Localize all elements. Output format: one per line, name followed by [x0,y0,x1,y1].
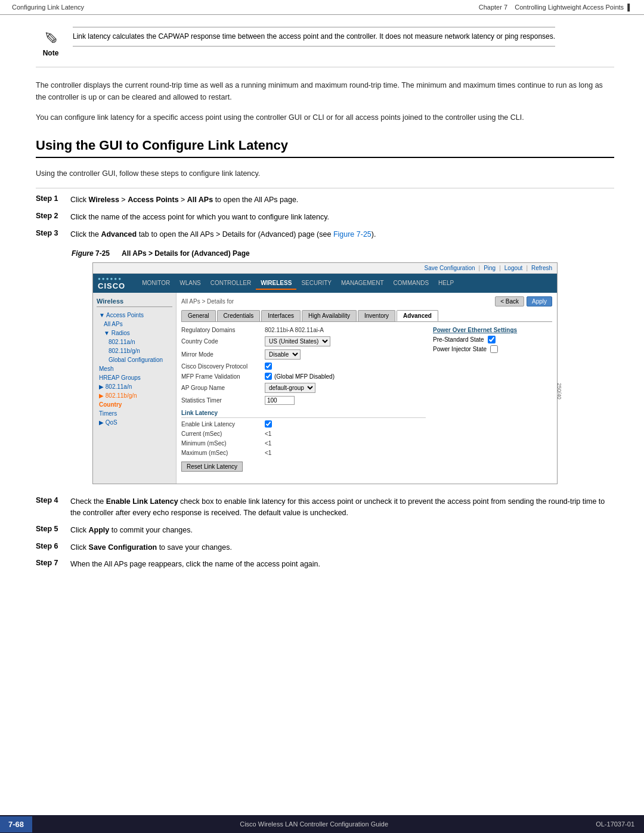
nav-controller[interactable]: CONTROLLER [206,277,256,290]
step-6-text: Click Save Configuration to save your ch… [70,542,232,553]
cisco-discovery-label: Cisco Discovery Protocol [181,363,265,370]
breadcrumb-path: All APs > Details for [181,298,234,305]
poe-title: Power Over Ethernet Settings [433,327,552,333]
sidebar-80211an[interactable]: 802.11a/n [97,337,172,346]
sidebar-timers[interactable]: Timers [97,409,172,418]
step-2-label: Step 2 [36,212,66,220]
nav-help[interactable]: HELP [434,277,459,290]
step-4-label: Step 4 [36,496,66,504]
gui-sidebar: Wireless ▼ Access Points All APs ▼ Radio… [93,293,177,484]
step-7-row: Step 7 When the All APs page reappears, … [36,559,614,570]
sidebar-80211an-top[interactable]: ▶ 802.11a/n [97,382,172,391]
sidebar-80211bgn[interactable]: 802.11b/g/n [97,346,172,355]
gui-form: Regulatory Domains 802.11bi-A 802.11ai-A… [181,327,552,472]
step-3-label: Step 3 [36,229,66,237]
sidebar-access-points[interactable]: ▼ Access Points [97,311,172,320]
country-code-row: Country Code US (United States) [181,336,426,346]
cisco-discovery-row: Cisco Discovery Protocol [181,363,426,370]
tab-inventory[interactable]: Inventory [358,310,395,321]
stats-timer-input[interactable] [265,396,295,405]
ping-link[interactable]: Ping [484,265,496,271]
gui-container: Save Configuration | Ping | Logout | Ref… [92,262,558,484]
tab-general[interactable]: General [181,310,216,321]
content-area: ✎ Note Link latency calculates the CAPWA… [0,15,644,588]
step-1-label: Step 1 [36,194,66,203]
tab-credentials[interactable]: Credentials [217,310,261,321]
enable-link-latency-checkbox[interactable] [265,420,272,428]
tab-interfaces[interactable]: Interfaces [261,310,301,321]
enable-link-latency-row: Enable Link Latency [181,420,426,428]
step-5-row: Step 5 Click Apply to commit your change… [36,525,614,536]
regulatory-value: 802.11bi-A 802.11ai-A [265,327,324,333]
reset-link-latency-button[interactable]: Reset Link Latency [181,462,243,472]
minimum-msec-label: Minimum (mSec) [181,440,265,447]
cisco-logo: ●●●●●● CISCO [98,276,125,290]
gui-nav: ●●●●●● CISCO MONITOR WLANs CONTROLLER WI… [93,274,557,293]
country-code-select[interactable]: US (United States) [265,336,330,346]
nav-commands[interactable]: COMMANDS [389,277,434,290]
poe-pre-standard-checkbox[interactable] [488,336,496,343]
poe-injector-checkbox[interactable] [490,345,498,353]
nav-monitor[interactable]: MONITOR [137,277,175,290]
ap-group-select[interactable]: default-group [265,383,315,393]
sidebar-country[interactable]: Country [97,400,172,409]
link-latency-section-label: Link Latency [181,410,426,418]
mfp-checkbox[interactable] [265,373,272,380]
step-2-row: Step 2 Click the name of the access poin… [36,212,614,223]
page-indicator: 250/40 [556,383,562,400]
poe-pre-standard-row: Pre-Standard State [433,336,552,343]
stats-timer-row: Statistics Timer [181,396,426,405]
page-footer: 7-68 Cisco Wireless LAN Controller Confi… [0,815,644,833]
footer-doc-id: OL-17037-01 [596,820,644,828]
step-1-text: Click Wireless > Access Points > All APs… [70,194,298,206]
mfp-note: (Global MFP Disabled) [274,373,335,380]
sidebar-mesh[interactable]: Mesh [97,364,172,373]
apply-button[interactable]: Apply [527,296,552,306]
current-msec-row: Current (mSec) <1 [181,431,426,437]
nav-wlans[interactable]: WLANs [175,277,206,290]
save-config-link[interactable]: Save Configuration [424,265,475,271]
tab-advanced[interactable]: Advanced [397,310,438,321]
gui-topbar: Save Configuration | Ping | Logout | Ref… [93,263,557,274]
nav-wireless[interactable]: WIRELESS [256,277,296,290]
logout-link[interactable]: Logout [504,265,523,271]
action-buttons: < Back Apply [495,296,552,306]
back-button[interactable]: < Back [495,296,524,306]
step-5-text: Click Apply to commit your changes. [70,525,193,536]
mirror-mode-label: Mirror Mode [181,351,265,358]
intro-text: Using the controller GUI, follow these s… [36,168,614,179]
gui-breadcrumb: All APs > Details for < Back Apply [181,296,552,306]
regulatory-label: Regulatory Domains [181,327,265,333]
steps-container: Step 1 Click Wireless > Access Points > … [36,194,614,240]
cisco-discovery-checkbox[interactable] [265,363,272,370]
maximum-msec-value: <1 [265,450,271,456]
figure-link[interactable]: Figure 7-25 [333,230,371,239]
minimum-msec-row: Minimum (mSec) <1 [181,440,426,447]
minimum-msec-value: <1 [265,440,271,447]
nav-management[interactable]: MANAGEMENT [336,277,389,290]
refresh-link[interactable]: Refresh [531,265,552,271]
mirror-mode-select[interactable]: Disable [265,349,301,360]
sidebar-radios[interactable]: ▼ Radios [97,329,172,337]
poe-pre-standard-label: Pre-Standard State [433,336,484,343]
poe-injector-label: Power Injector State [433,346,487,352]
step-4-row: Step 4 Check the Enable Link Latency che… [36,496,614,519]
sidebar-global-config[interactable]: Global Configuration [97,355,172,364]
nav-security[interactable]: SECURITY [296,277,336,290]
step-7-label: Step 7 [36,559,66,567]
chapter-header: Configuring Link Latency Chapter 7 Contr… [0,0,644,15]
step-2-text: Click the name of the access point for w… [70,212,329,223]
sidebar-hreap-groups[interactable]: HREAP Groups [97,373,172,382]
maximum-msec-label: Maximum (mSec) [181,450,265,456]
poe-injector-row: Power Injector State [433,345,552,353]
step-5-label: Step 5 [36,525,66,533]
step-6-row: Step 6 Click Save Configuration to save … [36,542,614,553]
current-msec-label: Current (mSec) [181,431,265,437]
step-3-row: Step 3 Click the Advanced tab to open th… [36,229,614,240]
body-para-1: The controller displays the current roun… [36,79,614,103]
tab-high-availability[interactable]: High Availability [302,310,357,321]
sidebar-all-aps[interactable]: All APs [97,320,172,329]
sidebar-80211bgn-top[interactable]: ▶ 802.11b/g/n [97,391,172,400]
gui-screenshot-wrapper: Save Configuration | Ping | Logout | Ref… [92,262,558,484]
sidebar-qos[interactable]: ▶ QoS [97,418,172,427]
